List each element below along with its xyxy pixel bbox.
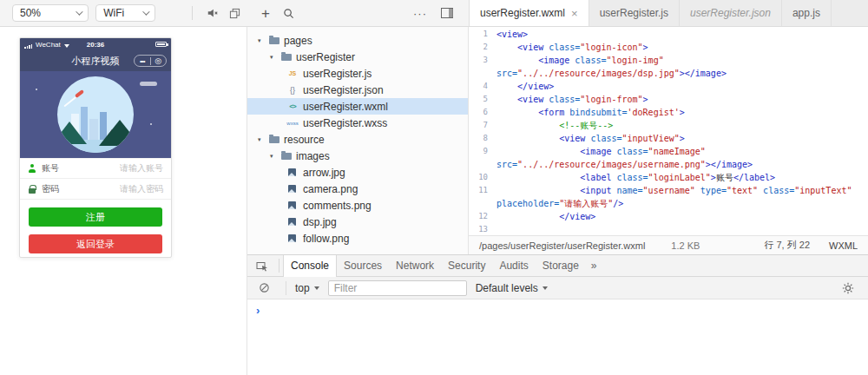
code-line[interactable]: 2 <view class="login-icon"> (469, 41, 868, 54)
code-text: <view class="login-icon"> (496, 41, 868, 54)
code-line[interactable]: 12 </view> (469, 210, 868, 223)
code-line[interactable]: src="../../resource/images/dsp.jpg"></im… (469, 67, 868, 80)
clear-console-button[interactable] (254, 279, 273, 298)
console-tab-security[interactable]: Security (441, 255, 492, 277)
file-follow.png[interactable]: follow.png (247, 230, 468, 247)
file-userRegister.wxml[interactable]: <>userRegister.wxml (247, 98, 468, 115)
line-number (469, 158, 496, 171)
console-tab-network[interactable]: Network (389, 255, 441, 277)
img-file-icon (288, 201, 296, 209)
code-line[interactable]: 13 (469, 223, 868, 235)
star-decoration (150, 123, 152, 125)
search-icon (283, 8, 294, 19)
add-file-button[interactable]: + (256, 3, 275, 23)
carrier-label: WeChat (36, 41, 61, 49)
mountain-shape (99, 120, 134, 146)
language-mode[interactable]: WXML (829, 240, 858, 251)
chevron-down-icon (142, 8, 149, 15)
file-comments.png[interactable]: comments.png (247, 197, 468, 214)
detach-window-button[interactable] (226, 3, 244, 23)
console-tab-storage[interactable]: Storage (536, 255, 586, 277)
line-number: 10 (469, 171, 496, 184)
code-line[interactable]: 11 <input name="username" type="text" cl… (469, 184, 868, 197)
back-to-login-button[interactable]: 返回登录 (29, 234, 162, 253)
console-settings-button[interactable] (838, 279, 858, 298)
line-number (469, 67, 496, 80)
code-line[interactable]: 9 <image class="nameImage" (469, 145, 868, 158)
phone-frame: WeChat 20:36 小程序视频 ••• ◎ (19, 37, 172, 258)
more-options-button[interactable]: ··· (413, 7, 427, 20)
cloud-decoration (140, 82, 157, 86)
file-camera.png[interactable]: camera.png (247, 181, 468, 197)
console-tab-console[interactable]: Console (283, 255, 337, 277)
console-tab-sources[interactable]: Sources (337, 255, 389, 277)
wxml-file-icon: <> (286, 102, 299, 110)
network-select[interactable]: WiFi (95, 4, 155, 22)
field-label: 账号 (42, 162, 59, 174)
mini-home-button[interactable]: ◎ (151, 57, 167, 65)
mute-button[interactable] (203, 3, 221, 23)
tab-app.js[interactable]: app.js (782, 0, 832, 26)
file-userRegister.wxss[interactable]: wxssuserRegister.wxss (247, 115, 468, 131)
overflow-tabs-button[interactable]: » (586, 260, 602, 272)
mini-more-button[interactable]: ••• (135, 57, 150, 65)
img-file-icon (288, 168, 296, 176)
action-buttons: 注册返回登录 (20, 200, 171, 253)
tab-userRegister.wxml[interactable]: userRegister.wxml× (470, 0, 589, 26)
folder-resource[interactable]: ▾resource (247, 131, 468, 148)
file-label: dsp.jpg (303, 216, 337, 228)
search-files-button[interactable] (279, 3, 298, 23)
line-number: 5 (469, 93, 496, 106)
code-line[interactable]: 8 <view class="inputView"> (469, 132, 868, 145)
file-arrow.jpg[interactable]: arrow.jpg (247, 164, 468, 181)
code-area[interactable]: 1<view>2 <view class="login-icon">3 <ima… (469, 27, 868, 235)
folder-images[interactable]: ▾images (247, 148, 468, 164)
expand-arrow-icon[interactable]: ▾ (258, 37, 267, 44)
rocket-icon (75, 89, 84, 98)
code-line[interactable]: 4 </view> (469, 80, 868, 93)
toolbar-divider (192, 6, 193, 20)
form-row-lock[interactable]: 密码请输入密码 (20, 179, 171, 200)
expand-arrow-icon[interactable]: ▾ (270, 153, 279, 160)
expand-arrow-icon[interactable]: ▾ (270, 54, 279, 61)
code-line[interactable]: 10 <label class="loginLabel">账号</label> (469, 171, 868, 184)
tab-userRegister.js[interactable]: userRegister.js (589, 0, 680, 26)
console-log-area[interactable]: › (247, 299, 868, 375)
file-label: images (296, 150, 330, 162)
folder-userRegister[interactable]: ▾userRegister (247, 49, 468, 65)
file-path: /pages/userRegister/userRegister.wxml (479, 240, 645, 251)
context-value: top (295, 282, 310, 294)
folder-pages[interactable]: ▾pages (247, 32, 468, 49)
code-line[interactable]: 6 <form bindsubmit='doRegist'> (469, 106, 868, 119)
expand-arrow-icon[interactable]: ▾ (258, 136, 267, 143)
close-tab-icon[interactable]: × (571, 7, 578, 20)
register-button[interactable]: 注册 (29, 207, 162, 227)
filter-input[interactable] (328, 280, 467, 296)
code-line[interactable]: 7 <!--账号--> (469, 119, 868, 132)
inspect-element-button[interactable] (253, 256, 272, 275)
folder-icon (269, 37, 279, 44)
toggle-panel-button[interactable] (437, 3, 457, 23)
code-line[interactable]: 5 <view class="login-from"> (469, 93, 868, 106)
line-number: 6 (469, 106, 496, 119)
chevron-down-icon (542, 286, 548, 290)
log-level-select[interactable]: Default levels (476, 282, 548, 294)
code-text: placeholder="请输入账号"/> (496, 197, 868, 210)
code-line[interactable]: placeholder="请输入账号"/> (469, 197, 868, 210)
context-select[interactable]: top (295, 282, 319, 294)
zoom-select[interactable]: 50% (12, 4, 89, 22)
code-line[interactable]: 1<view> (469, 28, 868, 41)
code-text: <image class="nameImage" (496, 145, 868, 158)
battery-icon (155, 42, 167, 47)
file-label: comments.png (303, 200, 372, 212)
console-tab-audits[interactable]: Audits (492, 255, 535, 277)
file-dsp.jpg[interactable]: dsp.jpg (247, 214, 468, 230)
form-row-user[interactable]: 账号请输入账号 (20, 158, 171, 179)
file-userRegister.json[interactable]: {}userRegister.json (247, 82, 468, 98)
code-line[interactable]: src="../../resource/images/username.png"… (469, 158, 868, 171)
file-userRegister.js[interactable]: JSuserRegister.js (247, 65, 468, 82)
file-label: userRegister.js (303, 68, 372, 80)
code-line[interactable]: 3 <image class="login-img" (469, 54, 868, 67)
tab-userRegister.json[interactable]: userRegister.json (680, 0, 782, 26)
console-prompt[interactable]: › (256, 304, 260, 317)
